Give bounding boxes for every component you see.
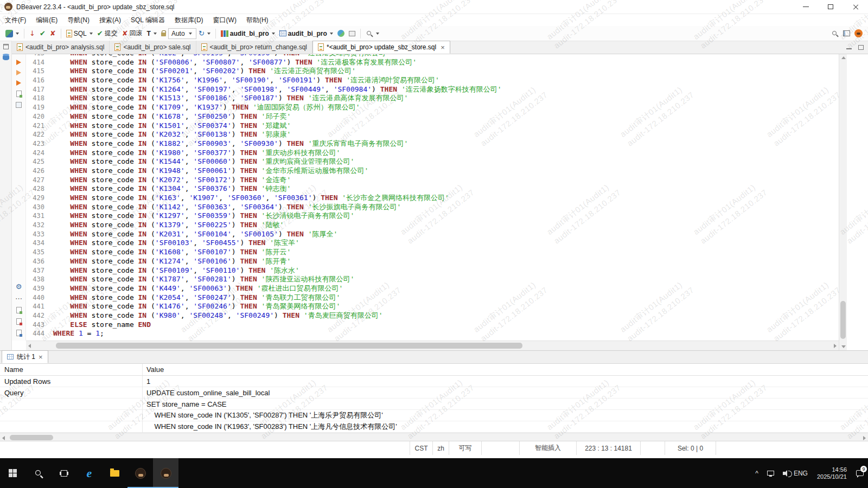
maximize-view-icon[interactable] xyxy=(858,45,864,50)
minimize-button[interactable] xyxy=(793,0,818,14)
dbeaver-app-button-2[interactable] xyxy=(153,458,178,488)
horizontal-scroll-thumb[interactable] xyxy=(56,343,522,349)
dbeaver-app-button-1[interactable] xyxy=(127,458,153,488)
taskbar-search-button[interactable] xyxy=(25,458,51,488)
result-row[interactable]: Updated Rows1 xyxy=(0,376,868,387)
maximize-button[interactable] xyxy=(818,0,843,14)
rollback-icon-button[interactable]: ✘ xyxy=(48,27,58,40)
commit-button[interactable]: ✔ 提交 xyxy=(95,27,120,40)
result-row[interactable]: WHEN store_code IN ('K1963', 'SF00283') … xyxy=(0,421,868,433)
output-doc-icon[interactable] xyxy=(16,307,22,313)
tray-volume-button[interactable] xyxy=(778,458,789,488)
ie-icon: e xyxy=(87,467,92,479)
menu-item-6[interactable]: 窗口(W) xyxy=(208,14,241,26)
editor-vertical-scrollbar[interactable] xyxy=(839,54,847,350)
quick-search-button[interactable] xyxy=(829,27,841,40)
scroll-down-icon[interactable] xyxy=(841,345,846,348)
tab-close-icon[interactable]: × xyxy=(441,44,445,51)
scroll-right-icon[interactable] xyxy=(863,436,866,440)
stats-tab-close-icon[interactable]: × xyxy=(39,354,43,361)
sql-file-icon xyxy=(66,30,72,37)
line-number: 423 xyxy=(26,139,53,149)
monitor-icon xyxy=(767,471,774,476)
execute-statement-icon[interactable] xyxy=(16,60,21,65)
restore-view-icon[interactable] xyxy=(3,44,9,49)
menu-item-3[interactable]: 搜索(A) xyxy=(94,14,126,26)
open-perspective-button[interactable] xyxy=(841,27,852,40)
schema-select[interactable]: audit_bi_pro xyxy=(277,27,335,40)
minimize-view-icon[interactable] xyxy=(846,48,852,49)
editor-tab-1[interactable]: <audit_bi_pro> sale.sql xyxy=(110,41,196,54)
menu-item-4[interactable]: SQL 编辑器 xyxy=(126,14,170,26)
log-doc-icon[interactable] xyxy=(16,318,22,325)
cross-icon: ✘ xyxy=(122,30,128,37)
result-row[interactable]: WHEN store_code IN ('K1305', 'SF00287') … xyxy=(0,410,868,421)
explain-plan-icon[interactable] xyxy=(16,91,22,97)
tray-clock[interactable]: 14:56 2025/10/21 xyxy=(812,458,852,488)
scroll-right-icon[interactable] xyxy=(834,344,837,348)
editor-tab-3[interactable]: *<audit_bi_pro> update_sbz_store.sql× xyxy=(312,41,450,54)
menu-item-5[interactable]: 数据库(D) xyxy=(170,14,208,26)
code-text: WHEN store_code IN ('SF00806', 'SF00807'… xyxy=(53,58,417,67)
datasource-select[interactable]: audit_bi_pro xyxy=(219,27,277,40)
results-scroll-thumb[interactable] xyxy=(10,435,53,440)
commit-icon-button[interactable]: ✔ xyxy=(37,27,48,40)
menu-item-7[interactable]: 帮助(H) xyxy=(241,14,273,26)
start-button[interactable] xyxy=(0,458,25,488)
script-doc-icon[interactable] xyxy=(16,330,22,336)
menu-item-2[interactable]: 导航(N) xyxy=(62,14,94,26)
execute-script-icon[interactable] xyxy=(16,80,21,86)
status-bar: CSTzh可写智能插入223 : 13 : 14181Sel: 0 | 0 xyxy=(0,441,868,455)
task-view-button[interactable] xyxy=(51,458,76,488)
editor-horizontal-scrollbar[interactable] xyxy=(26,341,839,350)
scroll-left-icon[interactable] xyxy=(28,344,31,348)
rollback-button[interactable]: ✘ 回滚 xyxy=(120,27,145,40)
fetch-button[interactable]: ↓ xyxy=(27,27,37,40)
code-text: WHEN store_code IN ('K1882', 'SF00903', … xyxy=(53,139,408,149)
dbeaver-perspective-button[interactable] xyxy=(852,27,865,40)
lock-button[interactable] xyxy=(159,27,168,40)
ie-browser-button[interactable]: e xyxy=(76,458,102,488)
notification-button[interactable]: 9 xyxy=(852,458,868,488)
code-text: WHEN store_code IN ('K980', 'SF00248', '… xyxy=(53,311,383,320)
new-connection-button[interactable] xyxy=(3,27,21,40)
line-number: 424 xyxy=(26,149,53,158)
autocommit-select[interactable]: Auto xyxy=(168,28,196,39)
stats-tab[interactable]: 统计 1 × xyxy=(2,350,48,363)
tray-chevron-button[interactable]: ^ xyxy=(751,458,763,488)
close-button[interactable] xyxy=(843,0,868,14)
editor-tab-2[interactable]: <audit_bi_pro> return_change.sql xyxy=(196,41,312,54)
database-navigator-icon[interactable] xyxy=(3,55,9,60)
query-plan-icon[interactable] xyxy=(16,102,22,108)
menu-item-0[interactable]: 文件(F) xyxy=(0,14,31,26)
status-caret-position: 223 : 13 : 14181 xyxy=(576,441,640,455)
tray-language-button[interactable]: ENG xyxy=(789,458,812,488)
gear-icon[interactable]: ⚙ xyxy=(16,283,22,290)
column-header-name[interactable]: Name xyxy=(4,365,23,374)
execute-new-tab-icon[interactable] xyxy=(16,70,21,75)
result-name-cell: Updated Rows xyxy=(0,377,142,386)
editor-tab-0[interactable]: <audit_bi_pro> analysis.sql xyxy=(12,41,110,54)
sql-editor-menu-button[interactable]: SQL xyxy=(64,27,95,40)
export-button[interactable] xyxy=(347,27,358,40)
menu-item-1[interactable]: 编辑(E) xyxy=(31,14,62,26)
tray-monitor-button[interactable] xyxy=(763,458,778,488)
code-line: 416 WHEN store_code IN ('K1756', 'K1996'… xyxy=(26,76,839,85)
file-explorer-button[interactable] xyxy=(102,458,127,488)
scroll-up-icon[interactable] xyxy=(841,56,846,59)
more-icon[interactable]: ⋯ xyxy=(15,295,22,302)
chevron-down-icon xyxy=(154,33,157,35)
schema-name: audit_bi_pro xyxy=(288,30,327,37)
network-button[interactable] xyxy=(335,27,347,40)
refresh-button[interactable]: ↻ xyxy=(196,27,213,40)
result-row[interactable]: QueryUPDATE custom_online_sale_bill_loca… xyxy=(0,387,868,399)
sql-editor[interactable]: 413 WHEN store_code IN ('K162', 'SF00195… xyxy=(26,54,839,341)
column-header-value[interactable]: Value xyxy=(146,365,164,374)
results-horizontal-scrollbar[interactable] xyxy=(0,433,868,441)
scroll-left-icon[interactable] xyxy=(2,436,5,440)
vertical-scroll-thumb[interactable] xyxy=(840,301,846,339)
search-menu-button[interactable] xyxy=(363,27,381,40)
transaction-mode-button[interactable]: T xyxy=(145,27,159,40)
result-row[interactable]: SET store_name = CASE xyxy=(0,399,868,410)
code-text: WHEN store_code IN ('K1756', 'K1996', 'S… xyxy=(53,76,439,85)
